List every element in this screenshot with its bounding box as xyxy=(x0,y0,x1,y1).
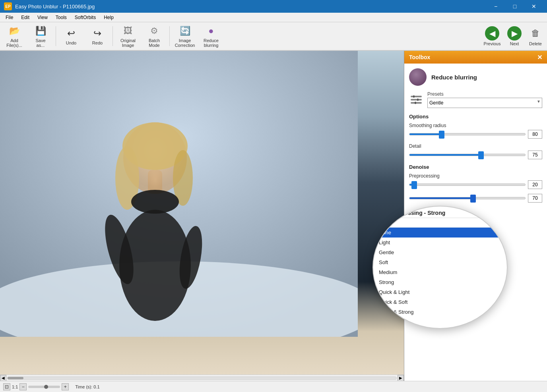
preprocessing-thumb[interactable] xyxy=(411,181,417,189)
menu-edit[interactable]: Edit xyxy=(17,14,33,21)
dropdown-item-quick-light[interactable]: Quick & Light xyxy=(373,287,507,297)
dropdown-item-soft[interactable]: Soft xyxy=(373,257,507,267)
detail-slider[interactable] xyxy=(409,154,526,156)
detail-thumb[interactable] xyxy=(478,151,484,159)
image-correction-button[interactable]: 🔄 Image Correction xyxy=(172,23,198,49)
titlebar: EP Easy Photo Unblur - P1100665.jpg − □ … xyxy=(0,0,547,13)
add-files-button[interactable]: 📂 Add File(s)... xyxy=(2,23,27,49)
presets-select[interactable]: Gentle Soft Medium Strong Custom xyxy=(427,98,542,108)
delete-button[interactable]: 🗑 Delete xyxy=(526,23,545,49)
zoom-control: ⊡ 1:1 − + xyxy=(3,383,69,390)
zoom-slider[interactable] xyxy=(28,386,60,388)
toolbox-close-button[interactable]: ✕ xyxy=(537,54,542,61)
image-area[interactable]: ◀ ▶ xyxy=(0,51,404,381)
postprocessing-value[interactable]: 70 xyxy=(528,194,542,203)
svg-rect-14 xyxy=(413,95,415,98)
svg-point-8 xyxy=(131,190,179,214)
save-as-button[interactable]: 💾 Save as... xyxy=(28,23,53,49)
options-title: Options xyxy=(409,114,542,120)
undo-button[interactable]: ↩ Undo xyxy=(58,23,84,49)
reduce-blurring-button[interactable]: ● Reduce blurring xyxy=(198,23,224,49)
scroll-track[interactable] xyxy=(7,377,397,380)
preprocessing-value[interactable]: 20 xyxy=(528,180,542,189)
menu-help[interactable]: Help xyxy=(100,14,118,21)
postprocessing-control: 70 xyxy=(409,194,542,203)
previous-button[interactable]: ◀ Previous xyxy=(481,23,503,49)
presets-container: Presets Gentle Soft Medium Strong Custom xyxy=(427,91,542,108)
save-icon: 💾 xyxy=(34,25,47,37)
main-area: ◀ ▶ Toolbox ✕ Reduce blurring xyxy=(0,51,547,381)
dropdown-popup: Post Processing - Strong None None Light… xyxy=(372,206,508,329)
preprocessing-control: 20 xyxy=(409,180,542,189)
dropdown-list: None Light Gentle Soft Medium Strong Qui… xyxy=(373,228,507,317)
menu-file[interactable]: File xyxy=(2,14,17,21)
postprocessing-fill xyxy=(409,197,473,199)
redo-button[interactable]: ↪ Redo xyxy=(85,23,110,49)
detail-row: Detail 75 xyxy=(409,143,542,159)
toolbox-panel: Toolbox ✕ Reduce blurring xyxy=(404,51,547,381)
zoom-out-button[interactable]: − xyxy=(19,383,27,390)
original-image-button[interactable]: 🖼 Original Image xyxy=(115,23,141,49)
window-controls: − □ ✕ xyxy=(487,0,543,13)
menu-tools[interactable]: Tools xyxy=(52,14,71,21)
smoothing-radius-value[interactable]: 80 xyxy=(528,130,542,139)
dropdown-item-none[interactable]: None xyxy=(373,228,507,238)
statusbar: ⊡ 1:1 − + Time (s): 0.1 xyxy=(0,381,547,392)
preprocessing-slider[interactable] xyxy=(409,183,526,186)
menubar: File Edit View Tools SoftOrbits Help xyxy=(0,13,547,22)
zoom-fit-button[interactable]: ⊡ xyxy=(3,383,10,390)
time-display: Time (s): 0.1 xyxy=(75,384,99,389)
scroll-thumb[interactable] xyxy=(8,377,23,379)
postprocessing-slider[interactable] xyxy=(409,197,526,199)
zoom-in-button[interactable]: + xyxy=(62,383,69,390)
scroll-left-arrow[interactable]: ◀ xyxy=(0,375,6,381)
smoothing-radius-slider[interactable] xyxy=(409,133,526,135)
batch-mode-icon: ⚙ xyxy=(148,25,161,37)
zoom-thumb[interactable] xyxy=(44,385,48,389)
next-icon: ▶ xyxy=(507,26,522,41)
svg-rect-16 xyxy=(415,102,416,104)
preprocessing-label: Preprocessing xyxy=(409,173,542,179)
postprocessing-thumb[interactable] xyxy=(470,195,476,203)
svg-rect-11 xyxy=(411,96,422,97)
minimize-button[interactable]: − xyxy=(487,0,505,13)
toolbar: 📂 Add File(s)... 💾 Save as... ↩ Undo ↪ R… xyxy=(0,22,547,51)
smoothing-radius-fill xyxy=(409,133,442,135)
smoothing-radius-control: 80 xyxy=(409,130,542,139)
menu-view[interactable]: View xyxy=(33,14,52,21)
batch-mode-label: Batch Mode xyxy=(149,38,160,48)
photo-display xyxy=(0,51,404,381)
dropdown-item-medium[interactable]: Medium xyxy=(373,267,507,277)
svg-rect-15 xyxy=(417,98,419,101)
dropdown-item-light[interactable]: Light xyxy=(373,238,507,247)
next-button[interactable]: ▶ Next xyxy=(503,23,526,49)
separator-1 xyxy=(56,26,56,46)
preprocessing-row: Preprocessing 20 xyxy=(409,173,542,189)
horizontal-scrollbar[interactable]: ◀ ▶ xyxy=(0,375,404,381)
batch-mode-button[interactable]: ⚙ Batch Mode xyxy=(142,23,167,49)
presets-row: Presets Gentle Soft Medium Strong Custom xyxy=(409,91,542,108)
smoothing-radius-row: Smoothing radius 80 xyxy=(409,123,542,139)
image-correction-icon: 🔄 xyxy=(178,25,191,37)
previous-icon: ◀ xyxy=(485,26,499,41)
detail-value[interactable]: 75 xyxy=(528,151,542,159)
dropdown-item-gentle[interactable]: Gentle xyxy=(373,247,507,257)
dropdown-item-strong[interactable]: Strong xyxy=(373,277,507,287)
maximize-button[interactable]: □ xyxy=(506,0,524,13)
separator-2 xyxy=(113,26,113,46)
previous-label: Previous xyxy=(484,41,501,46)
dropdown-item-quick-soft[interactable]: Quick & Soft xyxy=(373,297,507,307)
original-image-label: Original Image xyxy=(120,38,136,48)
add-files-label: Add File(s)... xyxy=(6,38,22,48)
smoothing-radius-label: Smoothing radius xyxy=(409,123,542,128)
scroll-right-arrow[interactable]: ▶ xyxy=(398,375,404,381)
menu-softorbits[interactable]: SoftOrbits xyxy=(71,14,100,21)
window-title: Easy Photo Unblur - P1100665.jpg xyxy=(15,4,487,10)
close-button[interactable]: ✕ xyxy=(525,0,543,13)
svg-rect-12 xyxy=(411,99,422,100)
presets-icon xyxy=(409,93,423,107)
tool-icon xyxy=(409,68,427,86)
reduce-blurring-icon: ● xyxy=(205,25,217,37)
smoothing-radius-thumb[interactable] xyxy=(439,131,444,139)
delete-icon: 🗑 xyxy=(528,26,543,41)
